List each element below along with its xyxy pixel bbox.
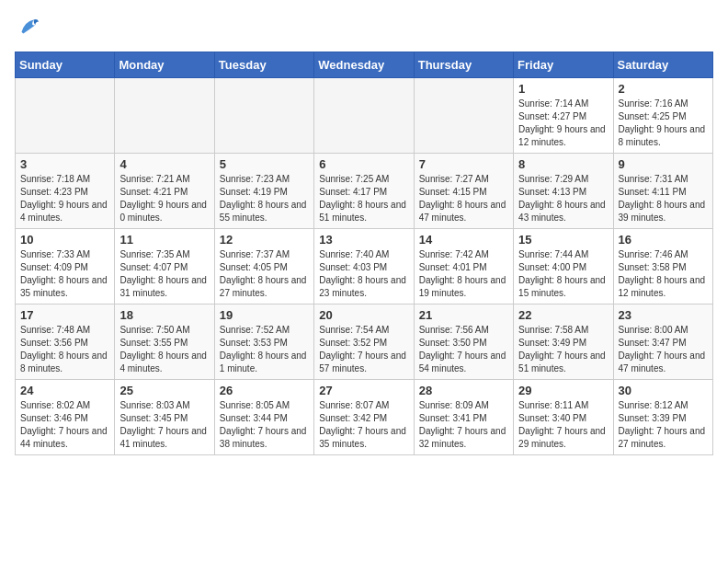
calendar-cell (16, 78, 115, 154)
day-number: 22 (518, 308, 608, 322)
day-number: 12 (220, 233, 309, 247)
day-number: 4 (119, 157, 209, 171)
calendar-cell: 25Sunrise: 8:03 AM Sunset: 3:45 PM Dayli… (115, 380, 214, 455)
calendar-week-row: 10Sunrise: 7:33 AM Sunset: 4:09 PM Dayli… (16, 229, 713, 304)
day-info: Sunrise: 8:09 AM Sunset: 3:41 PM Dayligh… (419, 399, 508, 451)
day-number: 15 (518, 233, 608, 247)
day-number: 9 (619, 157, 708, 171)
day-info: Sunrise: 7:58 AM Sunset: 3:49 PM Dayligh… (518, 324, 608, 375)
logo-icon (15, 15, 40, 40)
day-number: 24 (20, 384, 109, 397)
calendar-cell: 11Sunrise: 7:35 AM Sunset: 4:07 PM Dayli… (115, 229, 214, 304)
day-info: Sunrise: 7:56 AM Sunset: 3:50 PM Dayligh… (419, 324, 508, 375)
calendar-cell: 29Sunrise: 8:11 AM Sunset: 3:40 PM Dayli… (514, 380, 613, 455)
calendar-cell: 13Sunrise: 7:40 AM Sunset: 4:03 PM Dayli… (314, 229, 414, 304)
calendar-cell: 26Sunrise: 8:05 AM Sunset: 3:44 PM Dayli… (214, 380, 313, 455)
day-info: Sunrise: 7:21 AM Sunset: 4:21 PM Dayligh… (119, 173, 209, 224)
calendar-cell (414, 78, 513, 154)
day-number: 18 (119, 308, 209, 322)
day-number: 5 (220, 157, 309, 171)
calendar-cell: 4Sunrise: 7:21 AM Sunset: 4:21 PM Daylig… (115, 154, 214, 229)
calendar-cell: 20Sunrise: 7:54 AM Sunset: 3:52 PM Dayli… (314, 304, 414, 380)
calendar-cell: 30Sunrise: 8:12 AM Sunset: 3:39 PM Dayli… (613, 380, 712, 455)
calendar-cell: 15Sunrise: 7:44 AM Sunset: 4:00 PM Dayli… (514, 229, 613, 304)
day-info: Sunrise: 7:18 AM Sunset: 4:23 PM Dayligh… (20, 173, 109, 224)
day-number: 28 (419, 384, 508, 397)
day-info: Sunrise: 7:40 AM Sunset: 4:03 PM Dayligh… (319, 248, 408, 300)
day-number: 2 (619, 82, 708, 96)
day-number: 30 (619, 384, 708, 397)
calendar-table: SundayMondayTuesdayWednesdayThursdayFrid… (15, 52, 713, 455)
day-number: 14 (419, 233, 508, 247)
weekday-header: Thursday (414, 52, 513, 78)
calendar-cell: 19Sunrise: 7:52 AM Sunset: 3:53 PM Dayli… (214, 304, 313, 380)
calendar-cell: 5Sunrise: 7:23 AM Sunset: 4:19 PM Daylig… (214, 154, 313, 229)
day-info: Sunrise: 7:37 AM Sunset: 4:05 PM Dayligh… (220, 248, 309, 300)
calendar-cell (115, 78, 214, 154)
calendar-cell: 12Sunrise: 7:37 AM Sunset: 4:05 PM Dayli… (214, 229, 313, 304)
calendar-week-row: 3Sunrise: 7:18 AM Sunset: 4:23 PM Daylig… (16, 154, 713, 229)
day-info: Sunrise: 7:16 AM Sunset: 4:25 PM Dayligh… (619, 98, 708, 149)
day-info: Sunrise: 7:42 AM Sunset: 4:01 PM Dayligh… (419, 248, 508, 300)
day-number: 17 (20, 308, 109, 322)
day-number: 20 (319, 308, 408, 322)
day-info: Sunrise: 7:14 AM Sunset: 4:27 PM Dayligh… (518, 98, 608, 149)
calendar-cell: 27Sunrise: 8:07 AM Sunset: 3:42 PM Dayli… (314, 380, 414, 455)
weekday-header: Tuesday (214, 52, 313, 78)
day-info: Sunrise: 8:05 AM Sunset: 3:44 PM Dayligh… (220, 399, 309, 451)
day-number: 13 (319, 233, 408, 247)
day-number: 1 (518, 82, 608, 96)
weekday-header: Saturday (613, 52, 712, 78)
calendar-cell: 8Sunrise: 7:29 AM Sunset: 4:13 PM Daylig… (514, 154, 613, 229)
weekday-header: Wednesday (314, 52, 414, 78)
calendar-cell: 22Sunrise: 7:58 AM Sunset: 3:49 PM Dayli… (514, 304, 613, 380)
day-info: Sunrise: 7:50 AM Sunset: 3:55 PM Dayligh… (119, 324, 209, 375)
day-number: 29 (518, 384, 608, 397)
day-info: Sunrise: 7:44 AM Sunset: 4:00 PM Dayligh… (518, 248, 608, 300)
day-info: Sunrise: 7:25 AM Sunset: 4:17 PM Dayligh… (319, 173, 408, 224)
day-number: 19 (220, 308, 309, 322)
day-info: Sunrise: 8:02 AM Sunset: 3:46 PM Dayligh… (20, 399, 109, 451)
calendar-cell: 10Sunrise: 7:33 AM Sunset: 4:09 PM Dayli… (16, 229, 115, 304)
calendar-cell: 17Sunrise: 7:48 AM Sunset: 3:56 PM Dayli… (16, 304, 115, 380)
weekday-header: Sunday (16, 52, 115, 78)
day-number: 16 (619, 233, 708, 247)
calendar-cell: 3Sunrise: 7:18 AM Sunset: 4:23 PM Daylig… (16, 154, 115, 229)
day-info: Sunrise: 7:27 AM Sunset: 4:15 PM Dayligh… (419, 173, 508, 224)
logo (15, 15, 44, 40)
day-number: 27 (319, 384, 408, 397)
day-info: Sunrise: 8:00 AM Sunset: 3:47 PM Dayligh… (619, 324, 708, 375)
day-info: Sunrise: 7:29 AM Sunset: 4:13 PM Dayligh… (518, 173, 608, 224)
calendar-cell: 7Sunrise: 7:27 AM Sunset: 4:15 PM Daylig… (414, 154, 513, 229)
day-number: 10 (20, 233, 109, 247)
calendar-cell (314, 78, 414, 154)
calendar-week-row: 1Sunrise: 7:14 AM Sunset: 4:27 PM Daylig… (16, 78, 713, 154)
day-number: 8 (518, 157, 608, 171)
day-info: Sunrise: 7:23 AM Sunset: 4:19 PM Dayligh… (220, 173, 309, 224)
calendar-week-row: 17Sunrise: 7:48 AM Sunset: 3:56 PM Dayli… (16, 304, 713, 380)
day-number: 3 (20, 157, 109, 171)
day-info: Sunrise: 8:03 AM Sunset: 3:45 PM Dayligh… (119, 399, 209, 451)
calendar-cell: 18Sunrise: 7:50 AM Sunset: 3:55 PM Dayli… (115, 304, 214, 380)
day-info: Sunrise: 8:11 AM Sunset: 3:40 PM Dayligh… (518, 399, 608, 451)
calendar-cell: 6Sunrise: 7:25 AM Sunset: 4:17 PM Daylig… (314, 154, 414, 229)
calendar-cell: 9Sunrise: 7:31 AM Sunset: 4:11 PM Daylig… (613, 154, 712, 229)
calendar-cell (214, 78, 313, 154)
day-info: Sunrise: 7:35 AM Sunset: 4:07 PM Dayligh… (119, 248, 209, 300)
calendar-cell: 14Sunrise: 7:42 AM Sunset: 4:01 PM Dayli… (414, 229, 513, 304)
calendar-body: 1Sunrise: 7:14 AM Sunset: 4:27 PM Daylig… (16, 78, 713, 455)
calendar-cell: 28Sunrise: 8:09 AM Sunset: 3:41 PM Dayli… (414, 380, 513, 455)
day-info: Sunrise: 8:12 AM Sunset: 3:39 PM Dayligh… (619, 399, 708, 451)
calendar-cell: 1Sunrise: 7:14 AM Sunset: 4:27 PM Daylig… (514, 78, 613, 154)
day-number: 7 (419, 157, 508, 171)
calendar-cell: 23Sunrise: 8:00 AM Sunset: 3:47 PM Dayli… (613, 304, 712, 380)
day-number: 11 (119, 233, 209, 247)
calendar-cell: 21Sunrise: 7:56 AM Sunset: 3:50 PM Dayli… (414, 304, 513, 380)
day-info: Sunrise: 7:48 AM Sunset: 3:56 PM Dayligh… (20, 324, 109, 375)
calendar-cell: 2Sunrise: 7:16 AM Sunset: 4:25 PM Daylig… (613, 78, 712, 154)
calendar-week-row: 24Sunrise: 8:02 AM Sunset: 3:46 PM Dayli… (16, 380, 713, 455)
day-info: Sunrise: 7:33 AM Sunset: 4:09 PM Dayligh… (20, 248, 109, 300)
day-info: Sunrise: 8:07 AM Sunset: 3:42 PM Dayligh… (319, 399, 408, 451)
calendar-cell: 16Sunrise: 7:46 AM Sunset: 3:58 PM Dayli… (613, 229, 712, 304)
day-info: Sunrise: 7:54 AM Sunset: 3:52 PM Dayligh… (319, 324, 408, 375)
